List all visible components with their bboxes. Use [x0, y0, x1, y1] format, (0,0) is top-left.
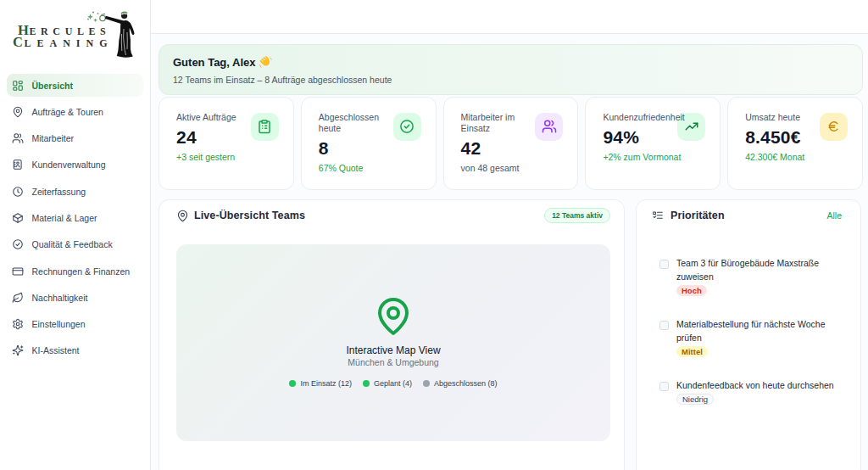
- svg-text:ERCULES: ERCULES: [30, 25, 111, 37]
- svg-text:C: C: [13, 34, 23, 50]
- svg-text:LEANING: LEANING: [25, 37, 114, 49]
